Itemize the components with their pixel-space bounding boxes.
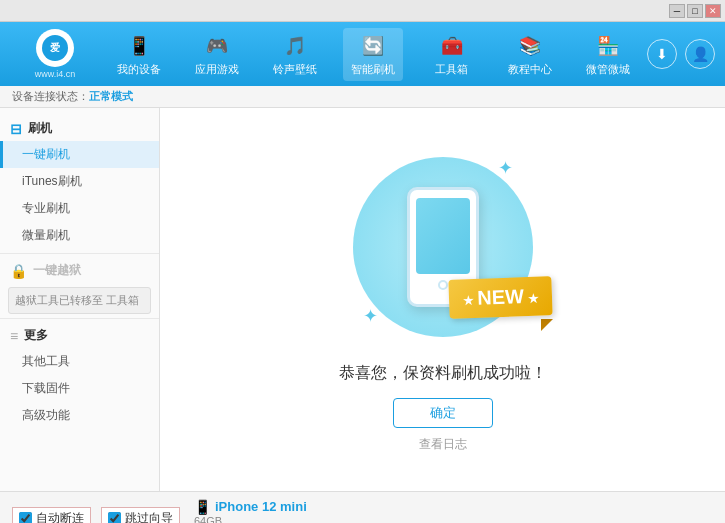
auto-disconnect-label: 自动断连 [36,510,84,523]
phone-screen [416,198,470,274]
device-info: 📱 iPhone 12 mini 64GB Down-12mini-13.1 [194,499,307,524]
sidebar-other-tools[interactable]: 其他工具 [0,348,159,375]
itunes-flash-label: iTunes刷机 [22,174,82,188]
minimize-button[interactable]: ─ [669,4,685,18]
sidebar-advanced[interactable]: 高级功能 [0,402,159,429]
status-label: 设备连接状态： [12,89,89,104]
jailbreak-section-title: 🔒 一键越狱 [0,258,159,283]
nav-ringtone-label: 铃声壁纸 [273,62,317,77]
ringtone-icon: 🎵 [281,32,309,60]
close-button[interactable]: ✕ [705,4,721,18]
pro-flash-label: 专业刷机 [22,201,70,215]
flash-icon: ⊟ [10,121,22,137]
one-click-flash-label: 一键刷机 [22,147,70,161]
auto-disconnect-checkbox[interactable]: 自动断连 [12,507,91,523]
success-message: 恭喜您，保资料刷机成功啦！ [339,363,547,384]
other-tools-label: 其他工具 [22,354,70,368]
header-right: ⬇ 👤 [647,39,715,69]
nav-ringtones[interactable]: 🎵 铃声壁纸 [265,28,325,81]
more-section-title: ≡ 更多 [0,323,159,348]
micro-flash-label: 微量刷机 [22,228,70,242]
nav-smart-label: 智能刷机 [351,62,395,77]
device-icon: 📱 [125,32,153,60]
sidebar-pro-flash[interactable]: 专业刷机 [0,195,159,222]
sidebar-itunes-flash[interactable]: iTunes刷机 [0,168,159,195]
nav-mall[interactable]: 🏪 微管微城 [578,28,638,81]
jailbreak-icon: 🔒 [10,263,27,279]
sidebar-one-click-flash[interactable]: 一键刷机 [0,141,159,168]
sidebar-divider-2 [0,318,159,319]
phone-icon: 📱 [194,499,211,515]
tutorial-icon: 📚 [516,32,544,60]
logo-icon: 爱 [42,35,68,61]
more-section-label: 更多 [24,327,48,344]
sidebar-divider-1 [0,253,159,254]
advanced-label: 高级功能 [22,408,70,422]
bottom-panel: 自动断连 跳过向导 📱 iPhone 12 mini 64GB Down-12m… [0,491,725,523]
status-bar: 设备连接状态： 正常模式 [0,86,725,108]
header: 爱 www.i4.cn 📱 我的设备 🎮 应用游戏 🎵 铃声壁纸 🔄 智能刷机 … [0,22,725,86]
phone-button [438,280,448,290]
nav-my-device-label: 我的设备 [117,62,161,77]
daily-log-link[interactable]: 查看日志 [419,436,467,453]
nav-items: 📱 我的设备 🎮 应用游戏 🎵 铃声壁纸 🔄 智能刷机 🧰 工具箱 📚 教程中心… [100,28,647,81]
nav-smart-shop[interactable]: 🔄 智能刷机 [343,28,403,81]
ribbon-tail [541,319,553,331]
auto-disconnect-input[interactable] [19,512,32,523]
nav-my-device[interactable]: 📱 我的设备 [109,28,169,81]
flash-section-label: 刷机 [28,120,52,137]
confirm-button[interactable]: 确定 [393,398,493,428]
maximize-button[interactable]: □ [687,4,703,18]
sidebar-micro-flash[interactable]: 微量刷机 [0,222,159,249]
more-icon: ≡ [10,328,18,344]
download-firmware-label: 下载固件 [22,381,70,395]
sparkle-2: ✦ [363,305,378,327]
smart-icon: 🔄 [359,32,387,60]
skip-wizard-label: 跳过向导 [125,510,173,523]
jailbreak-warning: 越狱工具已转移至 工具箱 [8,287,151,314]
jailbreak-warning-text: 越狱工具已转移至 工具箱 [15,294,139,306]
new-badge: NEW [448,276,553,319]
nav-tutorial[interactable]: 📚 教程中心 [500,28,560,81]
logo-area: 爱 www.i4.cn [10,29,100,79]
logo-text: www.i4.cn [35,69,76,79]
main-area: ⊟ 刷机 一键刷机 iTunes刷机 专业刷机 微量刷机 🔒 一键越狱 越狱工具… [0,108,725,491]
skip-wizard-checkbox[interactable]: 跳过向导 [101,507,180,523]
flash-section-title: ⊟ 刷机 [0,116,159,141]
content-area: ✦ ✦ NEW 恭喜您，保资料刷机成功啦！ 确定 查看日志 [160,108,725,491]
skip-wizard-input[interactable] [108,512,121,523]
device-name: iPhone 12 mini [215,499,307,514]
sidebar-download-firmware[interactable]: 下载固件 [0,375,159,402]
nav-apps-games[interactable]: 🎮 应用游戏 [187,28,247,81]
nav-apps-label: 应用游戏 [195,62,239,77]
mall-icon: 🏪 [594,32,622,60]
logo-circle: 爱 [36,29,74,67]
title-bar: ─ □ ✕ [0,0,725,22]
nav-tutorial-label: 教程中心 [508,62,552,77]
phone-illustration: ✦ ✦ NEW [343,147,543,347]
nav-toolbox-label: 工具箱 [435,62,468,77]
user-button[interactable]: 👤 [685,39,715,69]
status-value: 正常模式 [89,89,133,104]
sidebar: ⊟ 刷机 一键刷机 iTunes刷机 专业刷机 微量刷机 🔒 一键越狱 越狱工具… [0,108,160,491]
nav-toolbox[interactable]: 🧰 工具箱 [422,28,482,81]
device-storage: 64GB [194,515,307,524]
toolbox-icon: 🧰 [438,32,466,60]
download-button[interactable]: ⬇ [647,39,677,69]
sparkle-1: ✦ [498,157,513,179]
jailbreak-section-label: 一键越狱 [33,262,81,279]
nav-mall-label: 微管微城 [586,62,630,77]
apps-icon: 🎮 [203,32,231,60]
